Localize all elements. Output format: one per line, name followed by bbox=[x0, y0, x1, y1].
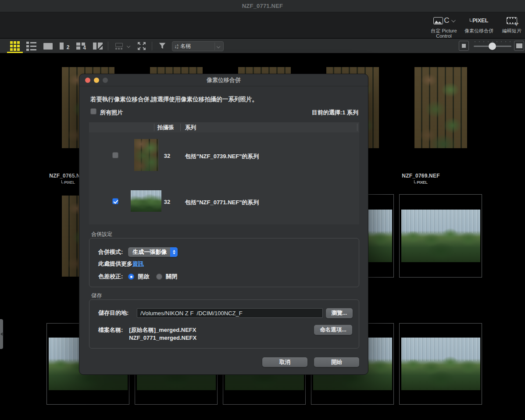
series-description: 包括"NZF_0739.NEF"的系列 bbox=[185, 153, 259, 160]
fullscreen-expand-icon bbox=[137, 42, 146, 50]
thumbnail-caption: NZF_0769.NEF PIXEL bbox=[379, 173, 462, 185]
thumbnail-cell[interactable]: NZF_0774.NEF PIXEL bbox=[399, 194, 482, 278]
window-title: NZF_0771.NEF bbox=[242, 3, 283, 9]
minimize-button[interactable] bbox=[94, 78, 99, 83]
grid-view-button[interactable] bbox=[7, 39, 23, 53]
view-toolbar: 2 4 ↓ AZ 名稱 bbox=[0, 39, 525, 53]
series-shot-count: 32 bbox=[154, 199, 180, 205]
series-row[interactable]: 32 包括"NZF_0739.NEF"的系列 bbox=[89, 132, 359, 178]
dialog-title: 像素位移合併 bbox=[207, 76, 241, 84]
toolbar-separator bbox=[152, 42, 152, 50]
edit-movie-label: 編輯短片 bbox=[499, 28, 525, 33]
window-titlebar: NZF_0771.NEF bbox=[0, 0, 525, 12]
filmstrip-icon bbox=[115, 43, 123, 50]
two-up-view-icon: 2 bbox=[60, 43, 70, 50]
edit-movie-button[interactable]: ✂ 編輯短片 bbox=[499, 15, 525, 33]
grid-view-icon bbox=[10, 41, 20, 51]
close-button[interactable] bbox=[85, 78, 90, 83]
merge-mode-popup[interactable]: 生成一張影像 bbox=[128, 247, 178, 257]
picture-control-label: 自定 Picture bbox=[426, 28, 461, 33]
pixel-shift-icon: PIXEL bbox=[460, 15, 498, 26]
zoom-button-disabled bbox=[103, 78, 108, 83]
sort-az-icon: AZ bbox=[177, 44, 179, 49]
save-group: 儲存目的地: 瀏覽... 檔案名稱: [原始名稱]_merged.NEFX NZ… bbox=[89, 299, 359, 349]
triangle-left-icon bbox=[0, 332, 3, 336]
cancel-button[interactable]: 取消 bbox=[262, 357, 307, 367]
sidebar-collapse-handle[interactable] bbox=[0, 319, 3, 349]
chromatic-aberration-label: 色差校正: bbox=[98, 273, 123, 281]
window-controls bbox=[85, 78, 108, 83]
sort-dropdown[interactable]: ↓ AZ 名稱 bbox=[172, 41, 224, 51]
photo-thumbnail[interactable] bbox=[414, 67, 467, 148]
chevron-down-icon bbox=[451, 18, 456, 22]
all-photos-checkbox[interactable] bbox=[90, 108, 96, 114]
dialog-instruction: 若要執行像素位移合併,請選擇使用像素位移拍攝的一系列照片。 bbox=[90, 96, 258, 103]
series-row[interactable]: 32 包括"NZF_0771.NEF"的系列 bbox=[89, 178, 359, 224]
thumbnail-cell[interactable]: NZF_0769.NEF PIXEL bbox=[399, 66, 482, 149]
start-button[interactable]: 開始 bbox=[314, 357, 359, 367]
series-table: 拍攝張 系列 32 包括"NZF_0739.NEF"的系列 32 包括"NZF_… bbox=[89, 122, 359, 224]
thumbnail-size-slider[interactable] bbox=[474, 39, 511, 53]
merge-mode-value: 生成一張影像 bbox=[132, 248, 167, 256]
series-checkbox[interactable] bbox=[112, 152, 118, 158]
slider-ticks bbox=[475, 41, 511, 42]
two-up-view-button[interactable]: 2 bbox=[58, 39, 71, 53]
four-up-view-button[interactable]: 4 bbox=[75, 39, 88, 53]
scissors-icon: ✂ bbox=[514, 21, 520, 27]
filmstrip-toggle-button[interactable] bbox=[112, 39, 125, 53]
thumbnail-size-large-button[interactable] bbox=[514, 41, 524, 51]
slider-knob[interactable] bbox=[489, 43, 496, 50]
filename-label: 檔案名稱: bbox=[98, 326, 123, 334]
ca-off-radio[interactable] bbox=[156, 274, 162, 280]
toolbar-separator bbox=[108, 42, 108, 50]
ca-on-label: 開啟 bbox=[138, 273, 149, 281]
column-header-series: 系列 bbox=[185, 124, 196, 132]
selection-status: 目前的選擇:1 系列 bbox=[312, 109, 358, 117]
filmstrip-options-chevron[interactable] bbox=[125, 39, 132, 53]
sort-dropdown-value: 名稱 bbox=[180, 43, 191, 50]
pixel-shift-badge-icon: PIXEL bbox=[379, 180, 462, 185]
info-link[interactable]: 資訊 bbox=[132, 260, 144, 268]
pixel-shift-merge-dialog: 像素位移合併 若要執行像素位移合併,請選擇使用像素位移拍攝的一系列照片。 所有照… bbox=[79, 74, 368, 375]
single-view-icon bbox=[43, 43, 53, 50]
photo-browser-grid: NZF_0765.NEF PIXEL NZF_0769.NEF PIXEL NZ… bbox=[0, 53, 525, 420]
filter-button[interactable] bbox=[156, 39, 168, 53]
picture-control-label2: Control bbox=[426, 33, 461, 39]
list-view-icon bbox=[26, 42, 36, 51]
photo-thumbnail[interactable] bbox=[401, 338, 480, 390]
destination-input[interactable] bbox=[137, 308, 323, 318]
browse-button[interactable]: 瀏覽... bbox=[326, 308, 353, 318]
photo-thumbnail[interactable] bbox=[401, 210, 480, 262]
picture-control-icon: C bbox=[426, 15, 461, 26]
chevron-down-icon bbox=[127, 44, 130, 48]
filter-funnel-icon bbox=[158, 42, 166, 50]
main-toolbar: C 自定 Picture Control PIXEL 像素位移合併 ✂ 編輯短片 bbox=[0, 12, 525, 39]
list-view-button[interactable] bbox=[25, 39, 38, 53]
four-up-view-icon: 4 bbox=[76, 43, 86, 50]
app-window: NZF_0771.NEF C 自定 Picture Control PIXEL … bbox=[0, 0, 525, 420]
ca-off-label: 關閉 bbox=[166, 273, 177, 281]
picture-control-button[interactable]: C 自定 Picture Control bbox=[426, 15, 461, 39]
merge-mode-label: 合併模式: bbox=[98, 248, 123, 256]
active-view-underline bbox=[7, 52, 23, 53]
ca-on-radio[interactable] bbox=[128, 274, 134, 280]
naming-options-button[interactable]: 命名選項... bbox=[314, 325, 352, 335]
fullscreen-button[interactable] bbox=[135, 39, 148, 53]
pixel-shift-merge-button[interactable]: PIXEL 像素位移合併 bbox=[460, 15, 498, 33]
thumbnail-cell[interactable]: NZF_0779.NEF bbox=[399, 323, 482, 405]
popup-stepper-icon bbox=[170, 247, 178, 257]
pixel-shift-label: 像素位移合併 bbox=[460, 28, 498, 33]
single-view-button[interactable] bbox=[41, 39, 54, 53]
compare-edit-view-button[interactable] bbox=[91, 39, 104, 53]
save-group-label: 儲存 bbox=[91, 292, 102, 299]
compare-edit-view-icon bbox=[93, 43, 103, 50]
merge-settings-group-label: 合併設定 bbox=[91, 231, 112, 238]
thumbnail-size-small-button[interactable] bbox=[459, 41, 469, 51]
filename-template: [原始名稱]_merged.NEFX bbox=[129, 326, 196, 334]
sort-dropdown-chevron bbox=[214, 43, 221, 50]
info-text: 此處提供更多 bbox=[98, 260, 132, 268]
all-photos-label: 所有照片 bbox=[100, 109, 123, 117]
column-header-shots: 拍攝張 bbox=[157, 124, 174, 132]
series-checkbox[interactable] bbox=[112, 198, 118, 204]
dialog-titlebar: 像素位移合併 bbox=[79, 74, 368, 86]
